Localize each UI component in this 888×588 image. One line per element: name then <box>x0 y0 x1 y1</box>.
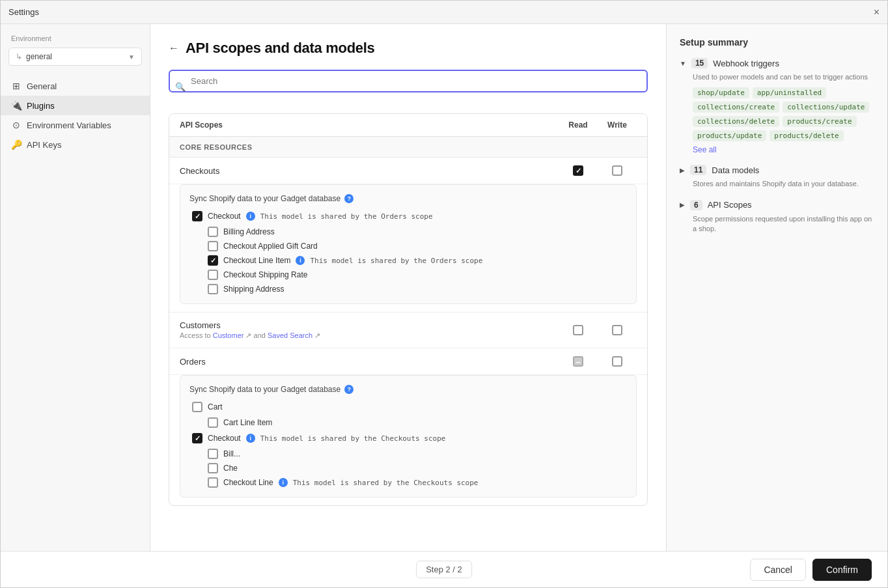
cart-line-item-checkbox[interactable] <box>208 417 218 428</box>
sidebar-item-label: General <box>27 81 57 91</box>
billing-address-label: Billing Address <box>223 227 275 236</box>
write-col-header: Write <box>598 120 637 130</box>
cancel-button[interactable]: Cancel <box>750 559 806 581</box>
checkout-line-item-checkbox[interactable] <box>208 255 218 266</box>
close-button[interactable]: × <box>874 7 880 18</box>
environment-selector[interactable]: ↳ general ▼ <box>8 48 142 66</box>
api-keys-icon: 🔑 <box>11 139 21 150</box>
shipping-address-checkbox[interactable] <box>208 284 218 294</box>
shipping-address-label: Shipping Address <box>223 285 284 294</box>
sidebar-item-general[interactable]: ⊞ General <box>1 76 150 96</box>
see-all-link[interactable]: See all <box>680 145 874 154</box>
billing-address-checkbox[interactable] <box>208 227 218 237</box>
search-wrapper: 🔍 <box>169 70 648 103</box>
customers-row: Customers Access to Customer ↗ and Saved… <box>169 313 647 348</box>
checkout-line-orders-checkbox[interactable] <box>208 477 218 488</box>
data-models-section: ▶ 11 Data models Stores and maintains Sh… <box>680 165 874 189</box>
orders-label: Orders <box>180 357 559 367</box>
content-area: ← API scopes and data models 🔍 API Scope… <box>150 24 887 551</box>
checkouts-row: Checkouts <box>169 158 647 184</box>
billing-orders-checkbox[interactable] <box>208 449 218 459</box>
checkout-gift-card-label: Checkout Applied Gift Card <box>223 242 318 251</box>
checkout-checkbox[interactable] <box>192 211 202 221</box>
checkout-line-item-shared-note: This model is shared by the Orders scope <box>310 257 482 265</box>
orders-sync-items: Cart Cart Line Item <box>189 402 627 488</box>
sync-item-checkout: Checkout i This model is shared by the O… <box>192 211 627 221</box>
environment-value: general <box>26 52 52 61</box>
checkout-orders-info: i <box>246 434 255 443</box>
checkout-label: Checkout <box>208 212 241 221</box>
plugins-icon: 🔌 <box>11 100 21 111</box>
customers-label: Customers <box>180 320 559 330</box>
webhook-triggers-section: ▼ 15 Webhook triggers Used to power mode… <box>680 58 874 154</box>
back-button[interactable]: ← <box>169 42 179 54</box>
window-title: Settings <box>8 7 39 17</box>
tag-app-uninstalled: app/uninstalled <box>753 87 826 98</box>
sidebar-item-label: Environment Variables <box>27 120 111 130</box>
core-resources-label: CORE RESOURCES <box>180 143 253 151</box>
orders-write-check[interactable] <box>612 356 622 367</box>
environment-label: Environment <box>1 35 150 48</box>
orders-read-check[interactable] <box>573 356 583 367</box>
che-orders-label: Che <box>223 464 238 473</box>
api-scopes-chevron-icon: ▶ <box>680 201 685 208</box>
che-orders-checkbox[interactable] <box>208 463 218 473</box>
sync-item-checkout-orders: Checkout i This model is shared by the C… <box>192 433 627 443</box>
orders-sync-info-icon: ? <box>344 385 354 394</box>
saved-search-link[interactable]: Saved Search <box>268 331 312 339</box>
api-scopes-label: API Scopes <box>708 200 752 210</box>
sidebar: Environment ↳ general ▼ ⊞ General 🔌 Plug… <box>1 24 150 551</box>
customers-read-checkbox[interactable] <box>559 325 598 335</box>
customers-write-checkbox[interactable] <box>598 325 637 335</box>
read-col-header: Read <box>559 120 598 130</box>
checkouts-label: Checkouts <box>180 166 559 176</box>
checkouts-read-checkbox[interactable] <box>559 165 598 176</box>
data-models-header[interactable]: ▶ 11 Data models <box>680 165 874 175</box>
customer-link[interactable]: Customer <box>213 331 244 339</box>
orders-read-checkbox[interactable] <box>559 356 598 367</box>
api-scopes-section: ▶ 6 API Scopes Scope permissions request… <box>680 200 874 234</box>
sidebar-item-plugins[interactable]: 🔌 Plugins <box>1 96 150 115</box>
api-scopes-header[interactable]: ▶ 6 API Scopes <box>680 200 874 210</box>
api-scopes-col-header: API Scopes <box>180 120 559 130</box>
sync-item-checkout-line-item: Checkout Line Item i This model is share… <box>208 255 627 266</box>
settings-window: Settings × Environment ↳ general ▼ ⊞ Gen… <box>0 0 888 588</box>
sidebar-item-api-keys[interactable]: 🔑 API Keys <box>1 135 150 154</box>
checkouts-sync-box: Sync Shopify data to your Gadget databas… <box>180 184 637 304</box>
checkout-gift-card-checkbox[interactable] <box>208 241 218 251</box>
customers-access-note: Access to Customer ↗ and Saved Search ↗ <box>180 331 559 340</box>
customers-write-check[interactable] <box>612 325 622 335</box>
checkout-orders-checkbox[interactable] <box>192 433 202 443</box>
checkout-line-item-info: i <box>296 256 305 265</box>
tag-products-update: products/update <box>693 130 766 141</box>
webhook-tags: shop/update app/uninstalled collections/… <box>680 87 874 141</box>
confirm-button[interactable]: Confirm <box>812 559 872 581</box>
env-vars-icon: ⊙ <box>11 120 21 130</box>
sidebar-item-env-vars[interactable]: ⊙ Environment Variables <box>1 115 150 135</box>
checkout-orders-shared-note: This model is shared by the Checkouts sc… <box>260 434 446 443</box>
tag-collections-update: collections/update <box>783 102 869 113</box>
step-indicator: Step 2 / 2 <box>416 561 472 578</box>
api-scopes-count: 6 <box>690 200 702 210</box>
webhook-triggers-header[interactable]: ▼ 15 Webhook triggers <box>680 58 874 68</box>
sync-item-billing-orders: Bill... <box>208 449 627 459</box>
checkout-line-item-label: Checkout Line Item <box>223 256 290 265</box>
data-models-desc: Stores and maintains Shopify data in you… <box>680 179 874 189</box>
checkouts-write-checkbox[interactable] <box>598 165 637 176</box>
checkouts-write-check[interactable] <box>612 165 622 176</box>
sync-items-list: Checkout i This model is shared by the O… <box>189 211 627 294</box>
tag-shop-update: shop/update <box>693 87 749 98</box>
sync-item-che-orders: Che <box>208 463 627 473</box>
search-input[interactable] <box>169 70 648 92</box>
checkout-shipping-rate-label: Checkout Shipping Rate <box>223 270 307 279</box>
cart-checkbox[interactable] <box>192 402 202 412</box>
checkout-shipping-rate-checkbox[interactable] <box>208 270 218 280</box>
orders-write-checkbox[interactable] <box>598 356 637 367</box>
checkouts-read-check[interactable] <box>573 165 583 176</box>
search-icon: 🔍 <box>175 81 186 91</box>
general-icon: ⊞ <box>11 81 21 91</box>
sync-item-checkout-line-orders: Checkout Line i This model is shared by … <box>208 477 627 488</box>
sync-item-billing-address: Billing Address <box>208 227 627 237</box>
orders-sync-box: Sync Shopify data to your Gadget databas… <box>180 375 637 497</box>
customers-read-check[interactable] <box>573 325 583 335</box>
